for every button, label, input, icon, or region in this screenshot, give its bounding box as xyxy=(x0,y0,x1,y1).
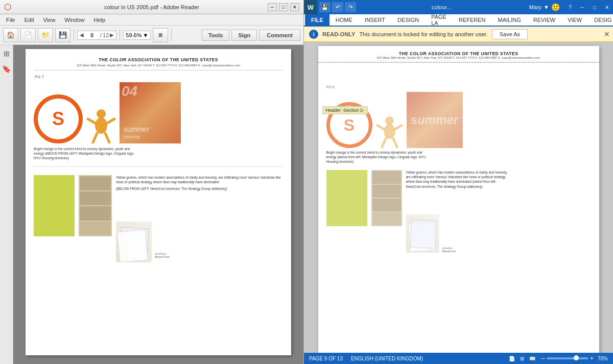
toolbar-separator-1 xyxy=(74,29,74,41)
prev-page-btn[interactable]: ◀ xyxy=(80,32,84,38)
pdf-stationery-area: deadlineNewsCom xyxy=(116,222,283,262)
zoom-slider[interactable] xyxy=(547,357,588,359)
word-green-rect xyxy=(326,170,367,226)
sidebar-bookmarks-icon[interactable]: 🔖 xyxy=(1,63,12,75)
next-page-btn[interactable]: ▶ xyxy=(110,32,114,38)
pdf-divider xyxy=(34,166,283,167)
svg-line-9 xyxy=(395,126,402,129)
stationery-card-front xyxy=(117,230,148,262)
comment-button[interactable]: Comment xyxy=(259,30,300,41)
tab-page-layout[interactable]: PAGE LA xyxy=(425,14,453,26)
tab-design2[interactable]: DESIG xyxy=(588,14,613,26)
newscom-label: deadlineNewsCom xyxy=(155,252,170,262)
word-lower-row: Yellow greens, which has modern associat… xyxy=(326,170,591,252)
pdf-photo-4 xyxy=(80,222,111,236)
adobe-win-controls: ─ □ ✕ xyxy=(268,3,299,11)
zoom-select[interactable]: 59.6% ▼ xyxy=(123,31,151,40)
tab-design[interactable]: DESIGN xyxy=(391,14,425,26)
view-reading-icon[interactable]: 📖 xyxy=(529,356,535,361)
adobe-create-btn[interactable]: 📄 xyxy=(20,28,36,42)
zoom-options-btn[interactable]: ⊞ xyxy=(153,28,168,42)
adobe-save-btn[interactable]: 💾 xyxy=(55,28,70,42)
pdf-logo-letter: S xyxy=(52,108,64,130)
zoom-minus-btn[interactable]: ─ xyxy=(540,355,545,362)
svg-line-5 xyxy=(105,133,109,142)
tab-file[interactable]: FILE xyxy=(305,14,329,26)
adobe-maximize-btn[interactable]: □ xyxy=(279,3,288,11)
redo-icon[interactable]: ↷ xyxy=(345,2,356,12)
adobe-toolbar: 🏠 📄 📁 💾 ◀ / 12 ▶ 59.6% ▼ ⊞ Tools Sign Co… xyxy=(0,26,303,45)
zoom-control: ─ + 70% xyxy=(540,355,608,362)
word-caption-2-container: Yellow greens, which has modern associat… xyxy=(406,170,591,252)
save-icon[interactable]: 💾 xyxy=(319,2,331,12)
smiley-icon: 🙂 xyxy=(551,3,560,11)
view-web-icon[interactable]: ⊞ xyxy=(520,356,524,361)
adobe-home-btn[interactable]: 🏠 xyxy=(3,28,18,42)
adobe-open-btn[interactable]: 📁 xyxy=(38,28,53,42)
tab-insert[interactable]: INSERT xyxy=(359,14,391,26)
adobe-menu-window[interactable]: Window xyxy=(60,16,88,24)
save-as-button[interactable]: Save As xyxy=(492,29,528,39)
svg-line-3 xyxy=(107,119,114,123)
adobe-close-btn[interactable]: ✕ xyxy=(290,3,299,11)
word-panel: W 💾 ↶ ↷ colour... Mary ▼ 🙂 ? ─ □ ✕ FILE … xyxy=(304,0,613,364)
sign-button[interactable]: Sign xyxy=(231,30,257,41)
word-maximize-btn[interactable]: □ xyxy=(588,0,601,14)
adobe-menu-view[interactable]: View xyxy=(39,16,60,24)
zoom-plus-btn[interactable]: + xyxy=(590,355,594,362)
tools-button[interactable]: Tools xyxy=(202,30,230,41)
tab-mailings[interactable]: MAILING xyxy=(492,14,527,26)
word-minimize-btn[interactable]: ─ xyxy=(576,0,588,14)
word-ribbon: W 💾 ↶ ↷ colour... Mary ▼ 🙂 ? ─ □ ✕ xyxy=(304,0,613,14)
word-close-btn[interactable]: ✕ xyxy=(601,0,613,14)
word-content-area[interactable]: THE COLOR ASSOCIATION OF THE UNITED STAT… xyxy=(304,42,613,353)
tab-view[interactable]: VIEW xyxy=(561,14,588,26)
word-help-btn[interactable]: ? xyxy=(564,0,576,14)
chevron-down-icon[interactable]: ▼ xyxy=(544,4,549,10)
summer-text: summer xyxy=(124,125,150,133)
word-caption-2: Yellow greens, which has modern associat… xyxy=(406,170,508,188)
tab-home[interactable]: HOME xyxy=(329,14,359,26)
adobe-menu-file[interactable]: File xyxy=(2,16,19,24)
page-number-input[interactable] xyxy=(85,32,99,38)
tab-review[interactable]: REVIEW xyxy=(527,14,561,26)
statusbar-right: 📄 ⊞ 📖 ─ + 70% xyxy=(509,355,608,362)
word-doc-title: colour... xyxy=(358,0,525,14)
tab-references[interactable]: REFEREN xyxy=(453,14,492,26)
word-logo-letter: S xyxy=(344,116,355,135)
status-language: ENGLISH (UNITED KINGDOM) xyxy=(351,356,423,361)
adobe-main: ⊞ 🔖 THE COLOR ASSOCIATION OF THE UNITED … xyxy=(0,45,303,364)
adobe-menu-edit[interactable]: Edit xyxy=(20,16,38,24)
pdf-lower-row: Yellow greens, which has modern associat… xyxy=(34,175,283,262)
word-win-controls: ? ─ □ ✕ xyxy=(564,0,613,14)
status-page: PAGE 9 OF 13 xyxy=(309,356,343,361)
pdf-mascot xyxy=(86,108,116,143)
word-page-top: THE COLOR ASSOCIATION OF THE UNITED STAT… xyxy=(318,46,599,63)
word-newscom-label: deadlineNewsCom xyxy=(442,247,456,253)
undo-icon[interactable]: ↶ xyxy=(332,2,343,12)
view-print-icon[interactable]: 📄 xyxy=(509,356,515,361)
word-stationery-area: deadlineNewsCom xyxy=(406,214,591,253)
pdf-stationery-1 xyxy=(116,222,152,262)
page-total: 12 xyxy=(103,32,109,38)
word-org-address-top: 315 West 39th Street, Studio 507, New Yo… xyxy=(326,56,591,59)
word-photo-3 xyxy=(372,199,401,211)
adobe-titlebar: ⬡ colour in US 2005.pdf - Adobe Reader ─… xyxy=(0,0,303,14)
adobe-menu-help[interactable]: Help xyxy=(89,16,109,24)
pdf-orange-logo: S xyxy=(34,94,83,143)
svg-line-4 xyxy=(93,133,97,142)
zoom-dropdown-icon: ▼ xyxy=(143,32,149,38)
pdf-org-name: THE COLOR ASSOCIATION OF THE UNITED STAT… xyxy=(34,57,283,63)
adobe-content-area[interactable]: THE COLOR ASSOCIATION OF THE UNITED STAT… xyxy=(13,45,303,364)
svg-point-6 xyxy=(385,116,394,125)
adobe-minimize-btn[interactable]: ─ xyxy=(268,3,277,11)
word-summer-image: summer xyxy=(407,92,463,148)
readonly-bar: i READ-ONLY This document is locked for … xyxy=(304,27,613,42)
readonly-close-btn[interactable]: ✕ xyxy=(604,30,610,38)
sidebar-pages-icon[interactable]: ⊞ xyxy=(1,48,12,59)
word-photo-1 xyxy=(372,171,401,184)
word-quick-access: 💾 ↶ ↷ xyxy=(317,0,358,14)
adobe-reader-panel: ⬡ colour in US 2005.pdf - Adobe Reader ─… xyxy=(0,0,304,364)
word-mascot-svg xyxy=(375,115,404,148)
word-pg-label: PG 8 xyxy=(326,85,591,89)
